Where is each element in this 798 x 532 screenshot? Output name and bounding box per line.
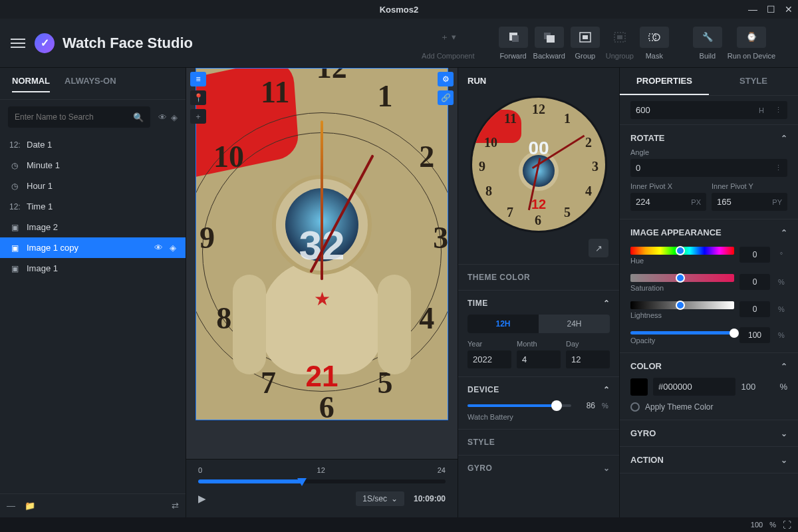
swap-icon[interactable]: ⇄ bbox=[172, 501, 179, 511]
layers-footer: — 📁 ⇄ bbox=[0, 493, 186, 517]
lightness-slider[interactable] bbox=[630, 301, 734, 309]
minimize-icon[interactable]: — bbox=[748, 4, 757, 15]
mode-12h[interactable]: 12H bbox=[467, 315, 539, 333]
battery-value: 86 bbox=[578, 401, 595, 410]
chevron-down-icon: ⌄ bbox=[781, 429, 787, 438]
tab-normal[interactable]: NORMAL bbox=[12, 76, 50, 92]
layer-item[interactable]: ▣Image 2 bbox=[0, 217, 186, 237]
section-rotate[interactable]: ROTATE⌃ bbox=[630, 133, 787, 143]
chevron-down-icon: ⌄ bbox=[781, 456, 787, 465]
layer-item[interactable]: ◷Minute 1 bbox=[0, 155, 186, 176]
settings-tool-icon[interactable]: ⚙ bbox=[438, 72, 454, 86]
forward-button[interactable]: Forward bbox=[499, 27, 528, 60]
lock-icon[interactable]: ◈ bbox=[170, 243, 176, 253]
section-action[interactable]: ACTION⌄ bbox=[630, 455, 787, 465]
pivot-x-input[interactable]: PX bbox=[630, 193, 706, 211]
group-button[interactable]: Group bbox=[571, 27, 600, 60]
apply-theme-color-toggle[interactable]: Apply Theme Color bbox=[630, 402, 787, 412]
mask-button[interactable]: Mask bbox=[640, 27, 669, 60]
play-button[interactable]: ▶ bbox=[198, 493, 206, 505]
chevron-down-icon: ⌄ bbox=[603, 464, 610, 473]
window-title: Kosmos2 bbox=[380, 5, 419, 15]
height-input[interactable]: H⋮ bbox=[630, 101, 787, 119]
layers-search[interactable]: 🔍 bbox=[8, 106, 150, 128]
layer-item[interactable]: ▣Image 1 bbox=[0, 258, 186, 279]
section-gyro[interactable]: GYRO⌄ bbox=[467, 464, 610, 473]
layer-item[interactable]: 12:Date 1 bbox=[0, 134, 186, 155]
app-logo-icon bbox=[35, 33, 55, 53]
tab-always-on[interactable]: ALWAYS-ON bbox=[65, 76, 116, 92]
section-gyro[interactable]: GYRO⌄ bbox=[630, 428, 787, 438]
month-input[interactable]: 4 bbox=[517, 350, 561, 368]
hue-value[interactable]: 0 bbox=[739, 247, 770, 263]
run-title: RUN bbox=[458, 68, 619, 94]
visibility-toggle-icon[interactable]: 👁 bbox=[158, 112, 167, 122]
battery-slider[interactable] bbox=[467, 404, 571, 407]
chevron-down-icon: ⌄ bbox=[391, 494, 398, 503]
section-color[interactable]: COLOR⌃ bbox=[630, 361, 787, 371]
layer-item[interactable]: ◷Hour 1 bbox=[0, 176, 186, 196]
day-input[interactable]: 12 bbox=[566, 350, 610, 368]
preview-bottom-number: 12 bbox=[531, 197, 546, 212]
backward-button[interactable]: Backward bbox=[533, 27, 565, 60]
layers-panel: NORMAL ALWAYS-ON 🔍 👁 ◈ 12:Date 1 ◷Minute… bbox=[0, 68, 186, 517]
angle-input[interactable]: ⋮ bbox=[630, 159, 787, 177]
tab-style[interactable]: STYLE bbox=[709, 68, 798, 95]
layer-item-selected[interactable]: ▣Image 1 copy👁◈ bbox=[0, 237, 186, 258]
year-input[interactable]: 2022 bbox=[467, 350, 511, 368]
add-tool-icon[interactable]: ＋ bbox=[190, 109, 206, 124]
radio-icon bbox=[630, 402, 640, 412]
pivot-y-input[interactable]: PY bbox=[712, 193, 787, 211]
ungroup-button[interactable]: Ungroup bbox=[605, 27, 634, 60]
section-time[interactable]: TIME⌃ bbox=[467, 299, 610, 308]
watch-icon: ⌚ bbox=[746, 32, 757, 42]
wrench-icon: 🔧 bbox=[702, 32, 713, 42]
build-button[interactable]: 🔧 Build bbox=[693, 27, 722, 60]
export-button[interactable]: ↗ bbox=[589, 239, 608, 257]
canvas[interactable]: 12 1 2 3 4 5 6 7 8 9 10 11 ★ 32 2 bbox=[196, 68, 448, 420]
color-alpha-input[interactable]: 100 bbox=[741, 382, 774, 392]
add-component-button[interactable]: ＋ ▾ Add Component bbox=[422, 27, 475, 60]
timeline-end: 24 bbox=[438, 466, 446, 474]
layers-tool-icon[interactable]: ≡ bbox=[190, 72, 206, 86]
close-icon[interactable]: ✕ bbox=[785, 4, 793, 15]
hue-slider[interactable] bbox=[630, 247, 734, 255]
opacity-slider[interactable] bbox=[630, 331, 734, 334]
svg-point-9 bbox=[653, 34, 660, 41]
link-tool-icon[interactable]: 🔗 bbox=[438, 90, 454, 105]
playback-speed-select[interactable]: 1S/sec⌄ bbox=[356, 491, 404, 506]
menu-button[interactable] bbox=[11, 36, 25, 51]
timeline-playhead[interactable] bbox=[297, 478, 307, 486]
digital-icon: 12: bbox=[9, 202, 20, 211]
minus-icon[interactable]: — bbox=[7, 501, 15, 511]
link-icon[interactable]: ⋮ bbox=[769, 106, 787, 114]
section-device[interactable]: DEVICE⌃ bbox=[467, 385, 610, 394]
saturation-slider[interactable] bbox=[630, 274, 734, 282]
color-swatch[interactable] bbox=[630, 378, 648, 396]
mode-24h[interactable]: 24H bbox=[539, 315, 610, 333]
section-style[interactable]: STYLE bbox=[467, 438, 610, 447]
app-title: Watch Face Studio bbox=[63, 35, 193, 52]
pin-tool-icon[interactable]: 📍 bbox=[190, 90, 206, 105]
light-value[interactable]: 0 bbox=[739, 301, 770, 317]
color-hex-input[interactable] bbox=[653, 378, 735, 396]
fill-icon[interactable]: ◈ bbox=[171, 112, 178, 122]
opacity-value[interactable]: 100 bbox=[739, 327, 770, 343]
zoom-value[interactable]: 100 bbox=[751, 521, 763, 529]
section-image-appearance[interactable]: IMAGE APPEARANCE⌃ bbox=[630, 227, 787, 237]
run-on-device-button[interactable]: ⌚ Run on Device bbox=[728, 27, 775, 60]
search-input[interactable] bbox=[15, 112, 129, 122]
clock-icon: ◷ bbox=[9, 161, 20, 170]
folder-icon[interactable]: 📁 bbox=[25, 501, 35, 511]
layer-item[interactable]: 12:Time 1 bbox=[0, 196, 186, 217]
maximize-icon[interactable]: ☐ bbox=[767, 4, 775, 15]
sat-value[interactable]: 0 bbox=[739, 274, 770, 290]
time-mode-segment[interactable]: 12H 24H bbox=[467, 315, 610, 333]
chevron-up-icon: ⌃ bbox=[781, 134, 787, 143]
tab-properties[interactable]: PROPERTIES bbox=[620, 68, 709, 95]
section-theme-color[interactable]: THEME COLOR bbox=[467, 273, 610, 282]
fullscreen-icon[interactable]: ⛶ bbox=[783, 520, 791, 530]
toolbar: Watch Face Studio ＋ ▾ Add Component Forw… bbox=[0, 19, 798, 68]
eye-off-icon[interactable]: 👁 bbox=[154, 243, 163, 253]
search-icon: 🔍 bbox=[133, 112, 144, 122]
